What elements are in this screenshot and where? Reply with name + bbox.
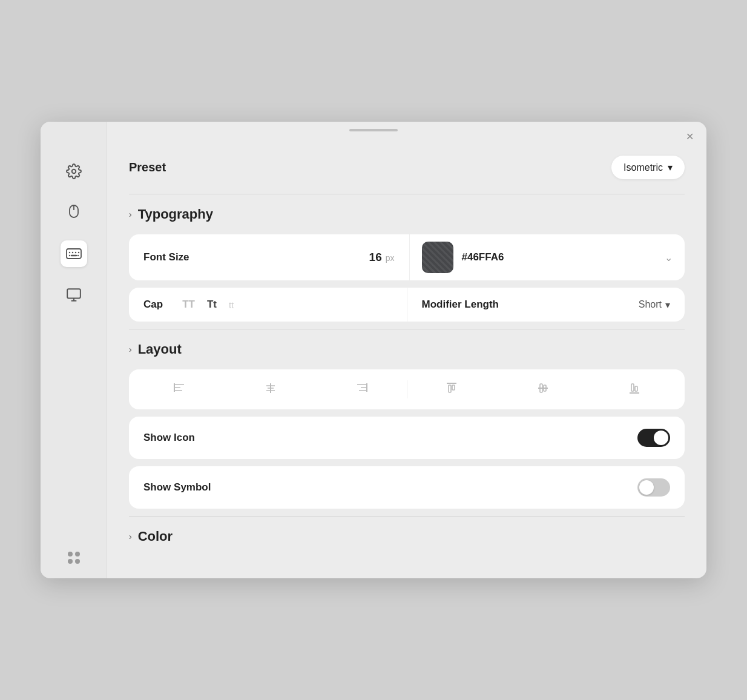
vertical-align-group (413, 381, 673, 398)
align-top-icon[interactable] (445, 381, 458, 398)
font-size-number: 16 (369, 251, 382, 264)
preset-chevron-icon: ▾ (668, 162, 673, 173)
alignment-card (129, 369, 685, 409)
modifier-length-value: Short (639, 299, 662, 310)
layout-cards: Show Icon Show Symbol (129, 369, 685, 509)
dots-menu[interactable] (67, 552, 81, 564)
preset-label: Preset (129, 160, 166, 174)
align-center-icon[interactable] (264, 381, 277, 398)
sidebar-icon-monitor[interactable] (61, 282, 87, 308)
align-right-icon[interactable] (355, 381, 369, 398)
color-swatch (422, 242, 453, 273)
preset-row: Preset Isometric ▾ (129, 156, 685, 179)
align-left-icon[interactable] (173, 381, 186, 398)
cap-option-tt-all[interactable]: TT (182, 299, 195, 311)
dot (75, 559, 80, 564)
alignment-buttons (129, 369, 685, 409)
svg-rect-33 (631, 384, 634, 391)
color-hex-value: #46FFA6 (462, 251, 657, 263)
cap-label: Cap (143, 299, 163, 311)
layout-section-header[interactable]: › Layout (129, 342, 685, 357)
show-symbol-card: Show Symbol (129, 466, 685, 509)
divider-after-typography (129, 329, 685, 329)
show-symbol-toggle[interactable] (637, 478, 670, 497)
sidebar-icon-gear[interactable] (61, 158, 87, 185)
cap-option-tt-title[interactable]: Tt (207, 299, 217, 311)
typography-cards: Font Size 16 px #46FFA6 ⌄ Cap TT Tt (129, 234, 685, 322)
color-dropdown-icon: ⌄ (665, 252, 673, 263)
align-divider (407, 380, 407, 398)
cap-modifier-card: Cap TT Tt tt Modifier Length Short ▾ (129, 288, 685, 322)
dot (68, 559, 73, 564)
svg-rect-28 (452, 385, 455, 390)
show-icon-toggle-knob (654, 431, 668, 445)
font-size-unit: px (386, 253, 395, 263)
show-symbol-label: Show Symbol (143, 481, 211, 494)
modifier-length-dropdown[interactable]: Short ▾ (639, 299, 670, 311)
modifier-section: Modifier Length Short ▾ (407, 288, 685, 322)
align-middle-icon[interactable] (536, 381, 550, 398)
svg-rect-3 (67, 249, 81, 259)
show-symbol-toggle-knob (639, 480, 654, 495)
font-size-value-group: 16 px (369, 251, 395, 264)
sidebar (41, 122, 107, 578)
color-section-header[interactable]: › Color (129, 529, 685, 544)
divider-after-preset (129, 194, 685, 194)
dot (75, 552, 80, 556)
drag-handle[interactable] (349, 129, 398, 131)
layout-chevron-icon: › (129, 345, 132, 354)
cap-option-tt-lower[interactable]: tt (229, 300, 234, 310)
color-picker-section[interactable]: #46FFA6 ⌄ (410, 234, 685, 280)
sidebar-icon-mouse[interactable] (61, 199, 87, 226)
divider-after-layout (129, 516, 685, 517)
typography-section-title: Typography (138, 206, 213, 222)
cap-section: Cap TT Tt tt (129, 288, 407, 322)
show-icon-card: Show Icon (129, 417, 685, 459)
preset-dropdown[interactable]: Isometric ▾ (611, 156, 685, 179)
color-section-title: Color (138, 529, 173, 544)
modifier-chevron-icon: ▾ (665, 299, 670, 311)
typography-chevron-icon: › (129, 210, 132, 219)
align-bottom-icon[interactable] (628, 381, 641, 398)
font-size-color-card: Font Size 16 px #46FFA6 ⌄ (129, 234, 685, 280)
show-icon-label: Show Icon (143, 432, 195, 444)
close-button[interactable]: ✕ (683, 130, 696, 142)
layout-section-title: Layout (138, 342, 182, 357)
svg-rect-11 (67, 289, 81, 298)
dot (68, 552, 73, 556)
modifier-length-label: Modifier Length (422, 299, 499, 311)
svg-point-0 (71, 170, 76, 174)
svg-rect-27 (449, 385, 451, 392)
sidebar-icon-keyboard[interactable] (61, 240, 87, 267)
font-size-section: Font Size 16 px (129, 234, 410, 280)
svg-rect-34 (635, 386, 637, 391)
main-content: Preset Isometric ▾ › Typography Font Siz… (107, 131, 706, 578)
show-icon-toggle[interactable] (637, 429, 670, 447)
preset-value: Isometric (624, 162, 663, 173)
horizontal-align-group (141, 381, 401, 398)
color-chevron-icon: › (129, 532, 132, 541)
font-size-label: Font Size (143, 251, 189, 263)
typography-section-header[interactable]: › Typography (129, 206, 685, 222)
main-window: ✕ (41, 122, 706, 578)
